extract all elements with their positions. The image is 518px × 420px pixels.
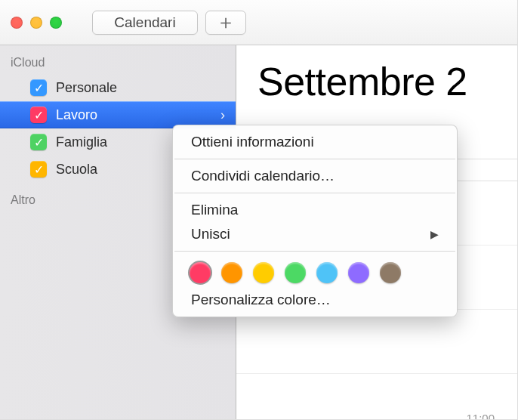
menu-item-label: Elimina (191, 202, 238, 218)
color-picker-row (173, 256, 457, 288)
time-label: 11:00 (466, 412, 495, 420)
minimize-window-button[interactable] (30, 17, 42, 29)
color-swatch-yellow[interactable] (253, 262, 274, 283)
menu-item-label: Personalizza colore… (191, 292, 331, 308)
menu-item-delete[interactable]: Elimina (173, 198, 457, 222)
menu-item-label: Ottieni informazioni (191, 134, 314, 150)
menu-item-custom-color[interactable]: Personalizza colore… (173, 288, 457, 312)
checkbox-icon[interactable]: ✓ (30, 107, 47, 123)
color-swatch-blue[interactable] (316, 262, 338, 283)
chevron-right-icon: › (220, 107, 225, 123)
chevron-right-icon: ▶ (430, 228, 439, 240)
menu-item-share-calendar[interactable]: Condividi calendario… (173, 164, 457, 188)
color-swatch-orange[interactable] (221, 262, 242, 283)
close-window-button[interactable] (11, 17, 23, 29)
checkbox-icon[interactable]: ✓ (30, 79, 47, 96)
calendar-context-menu: Ottieni informazioni Condividi calendari… (172, 125, 458, 317)
sidebar-item-label: Scuola (56, 162, 97, 178)
month-title: Settembre 2 (236, 45, 517, 104)
color-swatch-green[interactable] (285, 262, 306, 283)
menu-item-label: Condividi calendario… (191, 168, 335, 184)
hour-row[interactable]: 11:00 (236, 374, 517, 420)
menu-item-label: Unisci (191, 226, 230, 242)
menu-item-merge[interactable]: Unisci ▶ (173, 222, 457, 246)
window-controls (11, 17, 62, 29)
calendars-toggle-button[interactable]: Calendari (92, 11, 198, 35)
hour-row[interactable] (236, 310, 517, 374)
color-swatch-brown[interactable] (380, 262, 401, 283)
add-event-button[interactable]: ＋ (205, 11, 246, 35)
menu-separator (174, 159, 455, 159)
menu-separator (174, 251, 455, 252)
plus-icon: ＋ (216, 9, 236, 36)
checkbox-icon[interactable]: ✓ (30, 134, 47, 150)
sidebar-item-label: Personale (56, 80, 117, 96)
color-swatch-red[interactable] (190, 262, 211, 283)
menu-separator (174, 193, 455, 193)
menu-item-get-info[interactable]: Ottieni informazioni (173, 130, 457, 154)
color-swatch-purple[interactable] (348, 262, 369, 283)
sidebar-item-personale[interactable]: ✓ Personale (0, 74, 236, 101)
zoom-window-button[interactable] (50, 17, 62, 29)
sidebar-item-label: Lavoro (56, 107, 97, 123)
calendars-toggle-label: Calendari (114, 14, 175, 31)
window-titlebar: Calendari ＋ (0, 0, 517, 45)
sidebar-item-label: Famiglia (56, 134, 107, 150)
sidebar-section-icloud: iCloud (0, 53, 236, 74)
checkbox-icon[interactable]: ✓ (30, 161, 47, 178)
